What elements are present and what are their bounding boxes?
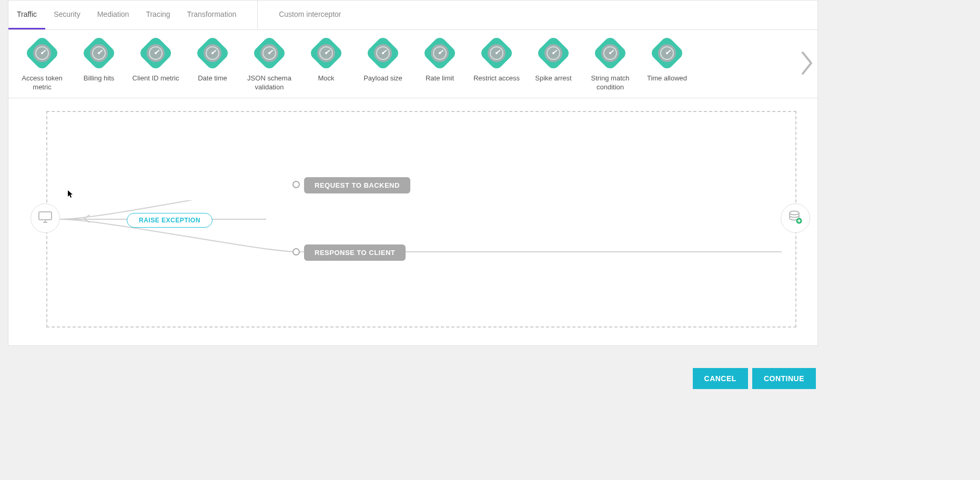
interceptor-item[interactable]: Mock	[298, 38, 355, 83]
tab-transformation[interactable]: Transformation	[179, 1, 245, 29]
svg-point-23	[439, 52, 441, 54]
interceptor-panel: Traffic Security Mediation Tracing Trans…	[8, 0, 818, 346]
database-add-icon	[789, 210, 802, 226]
interceptor-item-label: Date time	[198, 74, 227, 83]
interceptor-item-label: JSON schema validation	[241, 74, 298, 92]
interceptor-item-label: String match condition	[582, 74, 639, 92]
svg-point-8	[155, 52, 157, 54]
tab-bar: Traffic Security Mediation Tracing Trans…	[8, 1, 817, 30]
interceptor-item[interactable]: Billing hits	[70, 38, 127, 83]
gauge-icon	[81, 35, 117, 71]
footer-actions: CANCEL CONTINUE	[693, 368, 816, 389]
gauge-icon	[138, 35, 174, 71]
svg-point-11	[211, 52, 214, 54]
svg-point-26	[496, 52, 498, 54]
response-to-client-label: RESPONSE TO CLIENT	[304, 244, 406, 261]
backend-node[interactable]	[781, 203, 810, 233]
interceptor-item[interactable]: Access token metric	[14, 38, 70, 92]
svg-rect-36	[39, 212, 52, 220]
interceptor-item[interactable]: String match condition	[582, 38, 639, 92]
continue-button[interactable]: CONTINUE	[752, 368, 816, 389]
svg-point-14	[268, 52, 270, 54]
interceptor-item-label: Billing hits	[84, 74, 115, 83]
svg-point-17	[325, 52, 327, 54]
gauge-icon	[195, 35, 230, 71]
gauge-icon	[24, 35, 60, 71]
svg-point-35	[666, 52, 668, 54]
gauge-icon	[649, 35, 685, 71]
client-node	[31, 203, 60, 233]
interceptor-item-label: Payload size	[363, 74, 402, 83]
interceptor-item[interactable]: Payload size	[355, 38, 411, 83]
interceptor-item-label: Mock	[318, 74, 334, 83]
interceptor-item[interactable]: JSON schema validation	[241, 38, 298, 92]
svg-point-39	[790, 211, 799, 215]
interceptor-item[interactable]: Date time	[184, 38, 241, 83]
gauge-icon	[365, 35, 401, 71]
response-drop-point[interactable]	[292, 248, 300, 256]
raise-exception-button[interactable]: RAISE EXCEPTION	[127, 213, 213, 228]
gauge-icon	[479, 35, 514, 71]
interceptor-item-label: Client ID metric	[133, 74, 179, 83]
interceptor-item[interactable]: Spike arrest	[525, 38, 582, 83]
request-to-backend-label: REQUEST TO BACKEND	[304, 177, 410, 193]
gauge-icon	[592, 35, 628, 71]
monitor-icon	[38, 211, 52, 225]
tab-mediation[interactable]: Mediation	[89, 1, 138, 29]
tab-custom-interceptor[interactable]: Custom interceptor	[270, 1, 349, 29]
tab-separator	[257, 1, 258, 29]
svg-point-2	[41, 52, 43, 54]
gauge-icon	[422, 35, 458, 71]
tab-tracing[interactable]: Tracing	[137, 1, 178, 29]
interceptor-gallery: Access token metricBilling hitsClient ID…	[8, 30, 817, 98]
svg-point-5	[98, 52, 100, 54]
gallery-next-button[interactable]	[800, 50, 814, 78]
svg-point-20	[382, 52, 384, 54]
interceptor-item[interactable]: Client ID metric	[127, 38, 184, 83]
mouse-cursor-icon	[67, 190, 74, 200]
interceptor-item-label: Access token metric	[14, 74, 70, 92]
interceptor-item-label: Time allowed	[647, 74, 687, 83]
cancel-button[interactable]: CANCEL	[693, 368, 748, 389]
request-drop-point[interactable]	[292, 181, 300, 188]
gauge-icon	[308, 35, 344, 71]
gauge-icon	[251, 35, 287, 71]
interceptor-item[interactable]: Restrict access	[468, 38, 525, 83]
interceptor-item-label: Restrict access	[473, 74, 520, 83]
tab-security[interactable]: Security	[45, 1, 89, 29]
interceptor-item[interactable]: Time allowed	[639, 38, 695, 83]
interceptor-item[interactable]: Rate limit	[411, 38, 468, 83]
svg-point-29	[552, 52, 554, 54]
interceptor-item-label: Rate limit	[426, 74, 454, 83]
gauge-icon	[536, 35, 571, 71]
interceptor-item-label: Spike arrest	[535, 74, 571, 83]
tab-traffic[interactable]: Traffic	[8, 1, 45, 29]
exception-arrow-icon	[82, 214, 95, 226]
svg-point-32	[609, 52, 611, 54]
